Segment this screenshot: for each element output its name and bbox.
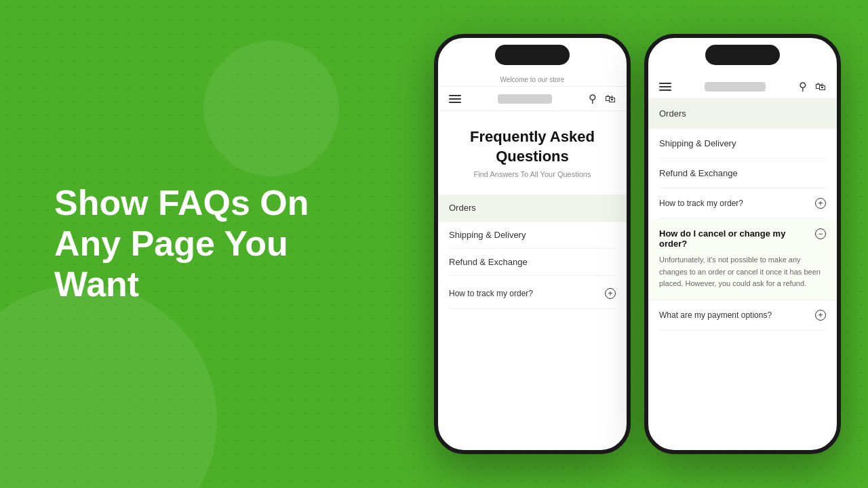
- expand-track-icon[interactable]: +: [815, 198, 826, 209]
- phone-1-navbar: ⚲ 🛍: [438, 87, 627, 111]
- phone-2-logo: [705, 82, 766, 92]
- phone-2-categories: Orders Shipping & Delivery Refund & Exch…: [648, 99, 837, 188]
- p2-category-orders[interactable]: Orders: [648, 99, 837, 129]
- faq-question-track-order[interactable]: How to track my order? +: [449, 279, 616, 309]
- phone-1-questions: How to track my order? +: [438, 279, 627, 309]
- category-refund[interactable]: Refund & Exchange: [449, 249, 616, 276]
- p2-category-refund[interactable]: Refund & Exchange: [659, 159, 826, 188]
- expand-payment-icon[interactable]: +: [815, 310, 826, 321]
- phone-2-navbar: ⚲ 🛍: [648, 72, 837, 99]
- cart-icon-2[interactable]: 🛍: [815, 81, 826, 93]
- p2-question-payment[interactable]: What are my payment options? +: [659, 300, 826, 331]
- faq-title: Frequently AskedQuestions: [449, 127, 616, 166]
- expanded-q-title: How do I cancel or change my order?: [659, 228, 815, 249]
- phone-1-topbar: Welcome to our store: [438, 72, 627, 87]
- faq-title-section: Frequently AskedQuestions Find Answers T…: [438, 111, 627, 186]
- phone-2: ⚲ 🛍 Orders Shipping & Delivery Refund & …: [644, 34, 841, 454]
- cart-icon[interactable]: 🛍: [605, 93, 616, 105]
- p2-category-shipping[interactable]: Shipping & Delivery: [659, 129, 826, 159]
- phone-1: Welcome to our store ⚲ 🛍 Frequently Aske…: [434, 34, 631, 454]
- phone-1-logo: [498, 94, 552, 104]
- p2-question-track[interactable]: How to track my order? +: [659, 188, 826, 219]
- phone-1-categories: Orders Shipping & Delivery Refund & Exch…: [438, 195, 627, 276]
- blob-decoration-1: [0, 285, 217, 488]
- expanded-q-header: How do I cancel or change my order? −: [659, 228, 826, 249]
- hero-text: Show FAQs On Any Page You Want: [54, 183, 312, 304]
- faq-subtitle: Find Answers To All Your Questions: [449, 170, 616, 178]
- phone-2-content: ⚲ 🛍 Orders Shipping & Delivery Refund & …: [648, 38, 837, 450]
- blob-decoration-2: [203, 41, 339, 176]
- phone-1-content: Welcome to our store ⚲ 🛍 Frequently Aske…: [438, 38, 627, 450]
- expanded-q-body: Unfortunately, it's not possible to make…: [659, 254, 826, 290]
- phones-container: Welcome to our store ⚲ 🛍 Frequently Aske…: [434, 0, 841, 488]
- category-orders[interactable]: Orders: [438, 195, 627, 222]
- nav-icons-2: ⚲ 🛍: [799, 80, 826, 93]
- search-icon[interactable]: ⚲: [589, 92, 597, 105]
- phone-2-questions-bottom: What are my payment options? +: [648, 300, 837, 331]
- hamburger-icon[interactable]: [449, 95, 461, 103]
- phone-2-notch: [705, 45, 780, 65]
- collapse-icon[interactable]: −: [815, 228, 826, 239]
- expanded-cancel-question: How do I cancel or change my order? − Un…: [648, 219, 837, 300]
- nav-icons: ⚲ 🛍: [589, 92, 616, 105]
- category-shipping[interactable]: Shipping & Delivery: [449, 222, 616, 249]
- search-icon-2[interactable]: ⚲: [799, 80, 807, 93]
- hamburger-icon-2[interactable]: [659, 83, 671, 91]
- expand-icon[interactable]: +: [605, 288, 616, 299]
- phone-2-questions: How to track my order? +: [648, 188, 837, 219]
- phone-1-notch: [495, 45, 570, 65]
